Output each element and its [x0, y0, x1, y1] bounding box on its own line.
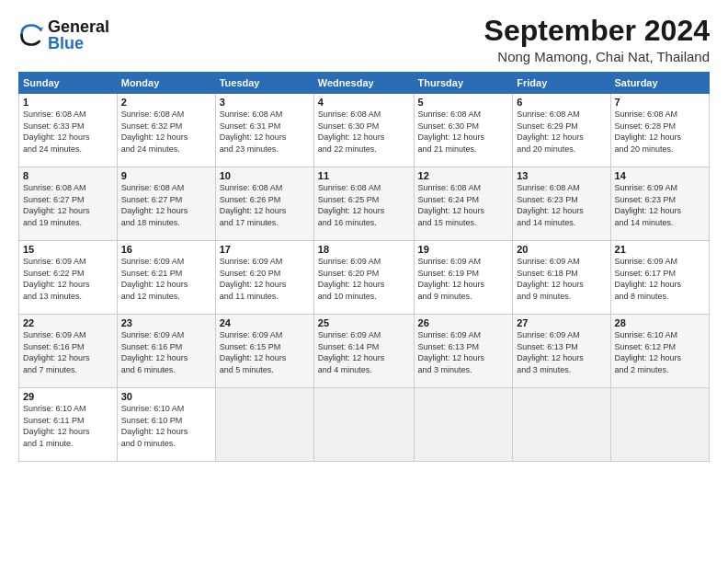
calendar-cell: 21 Sunrise: 6:09 AM Sunset: 6:17 PM Dayl… [610, 241, 709, 315]
title-block: September 2024 Nong Mamong, Chai Nat, Th… [484, 15, 710, 64]
day-detail: Sunrise: 6:09 AM Sunset: 6:17 PM Dayligh… [615, 256, 705, 302]
day-number: 7 [615, 97, 705, 108]
weekday-header-thursday: Thursday [414, 73, 513, 94]
calendar-cell: 30 Sunrise: 6:10 AM Sunset: 6:10 PM Dayl… [117, 388, 215, 462]
day-number: 16 [121, 244, 211, 255]
calendar-cell [513, 388, 610, 462]
calendar-page: General Blue September 2024 Nong Mamong,… [0, 0, 728, 563]
day-detail: Sunrise: 6:09 AM Sunset: 6:14 PM Dayligh… [318, 329, 410, 375]
calendar-cell [414, 388, 513, 462]
day-number: 28 [615, 317, 705, 328]
calendar-week-2: 8 Sunrise: 6:08 AM Sunset: 6:27 PM Dayli… [19, 167, 710, 241]
calendar-cell: 17 Sunrise: 6:09 AM Sunset: 6:20 PM Dayl… [215, 241, 313, 315]
day-number: 9 [121, 170, 211, 181]
calendar-cell [313, 388, 414, 462]
logo-blue: Blue [48, 34, 84, 52]
day-detail: Sunrise: 6:10 AM Sunset: 6:10 PM Dayligh… [121, 403, 211, 449]
day-detail: Sunrise: 6:08 AM Sunset: 6:29 PM Dayligh… [517, 109, 606, 155]
day-detail: Sunrise: 6:08 AM Sunset: 6:31 PM Dayligh… [220, 109, 310, 155]
month-title: September 2024 [484, 15, 710, 47]
day-number: 21 [615, 244, 705, 255]
day-detail: Sunrise: 6:10 AM Sunset: 6:12 PM Dayligh… [615, 329, 705, 375]
weekday-header-saturday: Saturday [610, 73, 709, 94]
weekday-header-monday: Monday [117, 73, 215, 94]
calendar-week-1: 1 Sunrise: 6:08 AM Sunset: 6:33 PM Dayli… [19, 94, 710, 167]
day-detail: Sunrise: 6:09 AM Sunset: 6:16 PM Dayligh… [121, 329, 211, 375]
day-number: 22 [23, 317, 113, 328]
calendar-cell [610, 388, 709, 462]
calendar-cell: 5 Sunrise: 6:08 AM Sunset: 6:30 PM Dayli… [414, 94, 513, 167]
calendar-week-4: 22 Sunrise: 6:09 AM Sunset: 6:16 PM Dayl… [19, 315, 710, 388]
day-number: 18 [318, 244, 410, 255]
calendar-cell: 12 Sunrise: 6:08 AM Sunset: 6:24 PM Dayl… [414, 167, 513, 241]
weekday-header-friday: Friday [513, 73, 610, 94]
calendar-cell: 9 Sunrise: 6:08 AM Sunset: 6:27 PM Dayli… [117, 167, 215, 241]
calendar-cell: 15 Sunrise: 6:09 AM Sunset: 6:22 PM Dayl… [19, 241, 118, 315]
logo-general: General [48, 17, 109, 36]
day-detail: Sunrise: 6:09 AM Sunset: 6:22 PM Dayligh… [23, 256, 113, 302]
day-number: 6 [517, 97, 606, 108]
calendar-cell: 6 Sunrise: 6:08 AM Sunset: 6:29 PM Dayli… [513, 94, 610, 167]
day-number: 4 [318, 97, 410, 108]
calendar-cell: 20 Sunrise: 6:09 AM Sunset: 6:18 PM Dayl… [513, 241, 610, 315]
day-detail: Sunrise: 6:08 AM Sunset: 6:27 PM Dayligh… [121, 182, 211, 228]
day-number: 29 [23, 391, 113, 402]
header: General Blue September 2024 Nong Mamong,… [18, 15, 710, 64]
calendar-cell: 27 Sunrise: 6:09 AM Sunset: 6:13 PM Dayl… [513, 315, 610, 388]
logo-text: General Blue [48, 18, 109, 52]
day-number: 8 [23, 170, 113, 181]
calendar-cell: 25 Sunrise: 6:09 AM Sunset: 6:14 PM Dayl… [313, 315, 414, 388]
day-number: 2 [121, 97, 211, 108]
calendar-week-3: 15 Sunrise: 6:09 AM Sunset: 6:22 PM Dayl… [19, 241, 710, 315]
day-detail: Sunrise: 6:09 AM Sunset: 6:13 PM Dayligh… [418, 329, 509, 375]
day-number: 25 [318, 317, 410, 328]
day-number: 19 [418, 244, 509, 255]
location: Nong Mamong, Chai Nat, Thailand [484, 49, 710, 64]
calendar-cell: 22 Sunrise: 6:09 AM Sunset: 6:16 PM Dayl… [19, 315, 118, 388]
calendar-cell: 8 Sunrise: 6:08 AM Sunset: 6:27 PM Dayli… [19, 167, 118, 241]
day-number: 11 [318, 170, 410, 181]
day-number: 3 [220, 97, 310, 108]
day-number: 10 [220, 170, 310, 181]
calendar-cell: 7 Sunrise: 6:08 AM Sunset: 6:28 PM Dayli… [610, 94, 709, 167]
day-number: 27 [517, 317, 606, 328]
calendar-cell: 2 Sunrise: 6:08 AM Sunset: 6:32 PM Dayli… [117, 94, 215, 167]
calendar-body: 1 Sunrise: 6:08 AM Sunset: 6:33 PM Dayli… [19, 94, 710, 462]
logo: General Blue [18, 18, 109, 52]
day-number: 30 [121, 391, 211, 402]
day-detail: Sunrise: 6:09 AM Sunset: 6:23 PM Dayligh… [615, 182, 705, 228]
day-detail: Sunrise: 6:08 AM Sunset: 6:27 PM Dayligh… [23, 182, 113, 228]
day-detail: Sunrise: 6:08 AM Sunset: 6:24 PM Dayligh… [418, 182, 509, 228]
day-detail: Sunrise: 6:09 AM Sunset: 6:20 PM Dayligh… [318, 256, 410, 302]
day-detail: Sunrise: 6:08 AM Sunset: 6:30 PM Dayligh… [418, 109, 509, 155]
day-number: 14 [615, 170, 705, 181]
day-detail: Sunrise: 6:09 AM Sunset: 6:21 PM Dayligh… [121, 256, 211, 302]
calendar-cell: 4 Sunrise: 6:08 AM Sunset: 6:30 PM Dayli… [313, 94, 414, 167]
calendar-cell: 19 Sunrise: 6:09 AM Sunset: 6:19 PM Dayl… [414, 241, 513, 315]
day-detail: Sunrise: 6:09 AM Sunset: 6:18 PM Dayligh… [517, 256, 606, 302]
day-detail: Sunrise: 6:08 AM Sunset: 6:32 PM Dayligh… [121, 109, 211, 155]
day-number: 23 [121, 317, 211, 328]
weekday-header-row: SundayMondayTuesdayWednesdayThursdayFrid… [19, 73, 710, 94]
weekday-header-sunday: Sunday [19, 73, 118, 94]
day-detail: Sunrise: 6:08 AM Sunset: 6:26 PM Dayligh… [220, 182, 310, 228]
day-detail: Sunrise: 6:09 AM Sunset: 6:13 PM Dayligh… [517, 329, 606, 375]
day-number: 1 [23, 97, 113, 108]
weekday-header-wednesday: Wednesday [313, 73, 414, 94]
day-number: 20 [517, 244, 606, 255]
day-number: 12 [418, 170, 509, 181]
day-number: 26 [418, 317, 509, 328]
calendar-cell: 13 Sunrise: 6:08 AM Sunset: 6:23 PM Dayl… [513, 167, 610, 241]
day-number: 17 [220, 244, 310, 255]
calendar-cell: 26 Sunrise: 6:09 AM Sunset: 6:13 PM Dayl… [414, 315, 513, 388]
calendar-cell: 3 Sunrise: 6:08 AM Sunset: 6:31 PM Dayli… [215, 94, 313, 167]
day-detail: Sunrise: 6:09 AM Sunset: 6:15 PM Dayligh… [220, 329, 310, 375]
day-detail: Sunrise: 6:08 AM Sunset: 6:33 PM Dayligh… [23, 109, 113, 155]
day-detail: Sunrise: 6:08 AM Sunset: 6:25 PM Dayligh… [318, 182, 410, 228]
day-detail: Sunrise: 6:10 AM Sunset: 6:11 PM Dayligh… [23, 403, 113, 449]
calendar-cell: 1 Sunrise: 6:08 AM Sunset: 6:33 PM Dayli… [19, 94, 118, 167]
calendar-cell: 10 Sunrise: 6:08 AM Sunset: 6:26 PM Dayl… [215, 167, 313, 241]
calendar-cell: 11 Sunrise: 6:08 AM Sunset: 6:25 PM Dayl… [313, 167, 414, 241]
day-number: 5 [418, 97, 509, 108]
day-number: 24 [220, 317, 310, 328]
